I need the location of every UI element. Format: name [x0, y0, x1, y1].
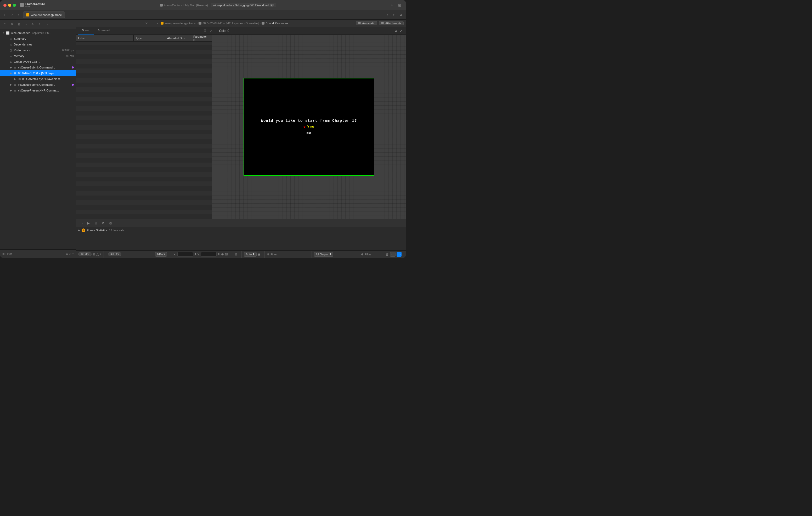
breadcrumb-fwd-btn[interactable]: ›	[155, 21, 160, 26]
sidebar-item-vkpresent[interactable]: ▶ ▦ vkQueuePresentKHR Comma...	[0, 88, 76, 93]
right-blue-btn[interactable]: ▭	[390, 252, 396, 257]
preview-gear-btn[interactable]: ⚙	[393, 28, 399, 33]
x-input[interactable]	[177, 252, 193, 257]
tab-warn-btn[interactable]: △	[209, 28, 214, 33]
sidebar-grid-btn[interactable]: ⊞	[16, 22, 22, 27]
group-selector[interactable]: ⌄	[39, 60, 41, 63]
sidebar-box-btn[interactable]: ▭	[43, 22, 49, 27]
attach-selector-label: Attachments	[385, 22, 401, 25]
upload-btn[interactable]: ↑	[147, 252, 149, 256]
sidebar-folder-btn[interactable]: 🗀	[2, 22, 8, 27]
bt-refresh-btn[interactable]: ↺	[100, 220, 106, 226]
preview-settings-area: ⚙ ⤢	[268, 28, 406, 33]
file-tabbar: ⊟ ‹ › wine-preloader.gputrace ↑ ↩ ⚙	[0, 10, 406, 20]
vkqueue2-icon: ▦	[13, 83, 17, 87]
breadcrumb-close-btn[interactable]: ✕	[144, 21, 149, 25]
x-stepper[interactable]: ⬍	[194, 252, 197, 256]
framecapture-app-icon	[20, 3, 24, 7]
sidebar-item-vkqueue1[interactable]: ▶ ▦ vkQueueSubmit Command...	[0, 65, 76, 70]
right-active-btn[interactable]: ▭	[397, 252, 402, 257]
breadcrumb-back-btn[interactable]: ‹	[150, 21, 154, 26]
all-output-selector[interactable]: All Output ⬍	[314, 252, 333, 257]
sidebar-more-btn[interactable]: …	[50, 22, 56, 27]
tab-framecapture[interactable]: FrameCapture › My Mac (Rosetta)	[158, 3, 210, 7]
item89-icon: 🖼	[18, 77, 21, 81]
bt-stop-btn[interactable]: ▭	[78, 220, 84, 226]
share-btn[interactable]: ↑	[384, 12, 390, 18]
sidebar-filter-add[interactable]: +	[72, 252, 74, 255]
auto-chevron: ⬍	[253, 252, 255, 256]
attachments-selector[interactable]: Attachments	[379, 21, 404, 25]
tab-settings-btn[interactable]: ⚙	[203, 28, 207, 33]
sidebar-item-89[interactable]: ▶ 🖼 89 CAMetalLayer Drawable =...	[0, 76, 76, 82]
tab-bound[interactable]: Bound	[78, 27, 94, 34]
breadcrumb-item-mtl[interactable]: 88 0x62e0b2d0 = [MTLLayer nextDrawable]	[199, 22, 258, 25]
close-button[interactable]	[3, 4, 6, 7]
filter-pill-left[interactable]: ⊞ Filter	[78, 252, 92, 256]
vkpresent-expand: ▶	[10, 89, 12, 92]
auto-eye-btn[interactable]: ◉	[258, 252, 260, 256]
bt-play-btn[interactable]: ▶	[86, 220, 91, 226]
sidebar-search-btn[interactable]: ⌕	[23, 22, 29, 27]
item88-expand: ▶	[10, 72, 12, 74]
sidebar-filter-grid[interactable]: ⊞	[66, 252, 68, 255]
minimize-button[interactable]	[8, 4, 11, 7]
color0-label: Color 0	[216, 29, 268, 33]
zoom-selector[interactable]: 91% ▾	[155, 252, 167, 257]
sidebar-toggle-btn[interactable]: ⊟	[2, 12, 8, 18]
titlebar-app-name: FrameCapture	[25, 2, 45, 5]
tab-gpu-workload[interactable]: wine-preloader - Debugging GPU Workload …	[211, 3, 276, 7]
titlebar-tabs: FrameCapture › My Mac (Rosetta) wine-pre…	[158, 3, 276, 7]
auto-selector-icon	[358, 22, 361, 24]
sidebar-item-summary[interactable]: ≡ Summary	[0, 36, 76, 41]
preview-area: Would you like to start from Chapter 1? …	[212, 35, 406, 219]
sidebar-arrow-btn[interactable]: ↗	[36, 22, 42, 27]
y-stepper[interactable]: ⬍	[218, 252, 220, 256]
filter-warn-btn[interactable]: △	[96, 252, 98, 256]
sidebar-item-performance[interactable]: ◷ Performance 650.63 µs	[0, 47, 76, 53]
sidebar-item-vkqueue2[interactable]: ▶ ▦ vkQueueSubmit Command...	[0, 82, 76, 88]
tab-mac-label: My Mac (Rosetta)	[185, 4, 208, 7]
maximize-button[interactable]	[13, 4, 16, 7]
layout-toggle-button[interactable]: ⊞	[397, 2, 403, 8]
performance-time: 650.63 µs	[62, 49, 74, 52]
sidebar-warn-btn[interactable]: ⚠	[30, 22, 35, 27]
preview-expand-btn[interactable]: ⤢	[399, 28, 404, 33]
bt-timer-btn[interactable]: ◷	[108, 220, 113, 226]
sidebar-filter-warn[interactable]: △	[69, 252, 71, 255]
sidebar-item-88[interactable]: ▶ ▦ 88 0x62e0b2d0 = [MTLLaye...	[0, 70, 76, 76]
nav-back-btn[interactable]: ‹	[9, 12, 15, 18]
tab-accessed[interactable]: Accessed	[94, 27, 114, 34]
sidebar-item-dependencies[interactable]: ◇ Dependencies	[0, 41, 76, 47]
filter-add-btn[interactable]: ⊞	[93, 252, 95, 256]
center-filter-icon[interactable]: ⊕	[267, 252, 269, 256]
col-size-text: Allocated Size	[167, 37, 185, 40]
breadcrumb-item-bound[interactable]: Bound Resources	[262, 22, 288, 25]
frame-statistics-row[interactable]: ▶ ⚙ Frame Statistics 16 draw calls	[76, 227, 241, 234]
add-tab-button[interactable]: +	[389, 2, 395, 8]
filter-pill-main[interactable]: ⊞ Filter	[108, 252, 121, 256]
settings-btn[interactable]: ⚙	[398, 12, 404, 18]
tree-root[interactable]: ▾ ⬜ wine-preloader Captured GPU...	[0, 30, 76, 36]
coord-capture-btn[interactable]: ⊡	[225, 252, 228, 256]
filter-plus-btn[interactable]: +	[100, 252, 102, 256]
preview-fullscreen-btn[interactable]: ⊟	[234, 252, 237, 256]
nav-forward-btn[interactable]: ›	[16, 12, 22, 18]
sidebar-filter-pill[interactable]: ⊞	[2, 252, 4, 255]
sidebar-close-btn[interactable]: ✕	[9, 22, 15, 27]
tab-gpu-label: wine-preloader - Debugging GPU Workload	[213, 4, 269, 7]
back-btn[interactable]: ↩	[391, 12, 397, 18]
breadcrumb-bar: ✕ ‹ › wine-preloader.gputrace › 88 0x62e…	[76, 20, 406, 27]
file-tab[interactable]: wine-preloader.gputrace	[23, 11, 65, 18]
bt-grid-btn[interactable]: ⊞	[93, 220, 98, 226]
sidebar-item-group-api[interactable]: ⊞ Group by API Call ⌄	[0, 59, 76, 65]
breadcrumb-item-file[interactable]: wine-preloader.gputrace	[161, 22, 196, 25]
coord-target-btn[interactable]: ⊕	[221, 252, 224, 256]
automatic-selector[interactable]: Automatic	[356, 21, 377, 25]
y-input[interactable]	[201, 252, 216, 257]
right-filter-icon[interactable]: ⊕	[361, 252, 364, 256]
auto-selector[interactable]: Auto ⬍	[244, 252, 257, 257]
sidebar-item-memory[interactable]: ▭ Memory 90 MB	[0, 53, 76, 59]
zoom-chevron: ▾	[164, 252, 165, 256]
right-trash-btn[interactable]: 🗑	[386, 252, 389, 256]
